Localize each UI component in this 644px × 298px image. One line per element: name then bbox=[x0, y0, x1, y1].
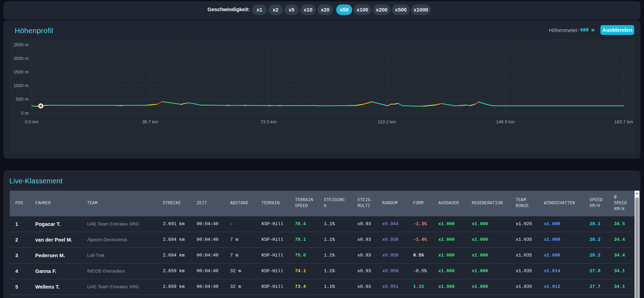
svg-text:0.0 km: 0.0 km bbox=[25, 119, 38, 124]
svg-text:2500 m: 2500 m bbox=[14, 42, 29, 47]
svg-text:110.2 km: 110.2 km bbox=[378, 119, 396, 124]
svg-text:36.7 km: 36.7 km bbox=[142, 119, 158, 124]
svg-text:1500 m: 1500 m bbox=[14, 69, 29, 75]
svg-text:1000 m: 1000 m bbox=[14, 83, 29, 88]
svg-text:500 m: 500 m bbox=[16, 97, 29, 102]
svg-text:146.9 km: 146.9 km bbox=[496, 119, 514, 124]
svg-text:2000 m: 2000 m bbox=[14, 56, 29, 61]
svg-text:183.7 km: 183.7 km bbox=[614, 119, 633, 124]
svg-text:73.5 km: 73.5 km bbox=[260, 119, 276, 124]
svg-text:0 m: 0 m bbox=[21, 110, 29, 116]
